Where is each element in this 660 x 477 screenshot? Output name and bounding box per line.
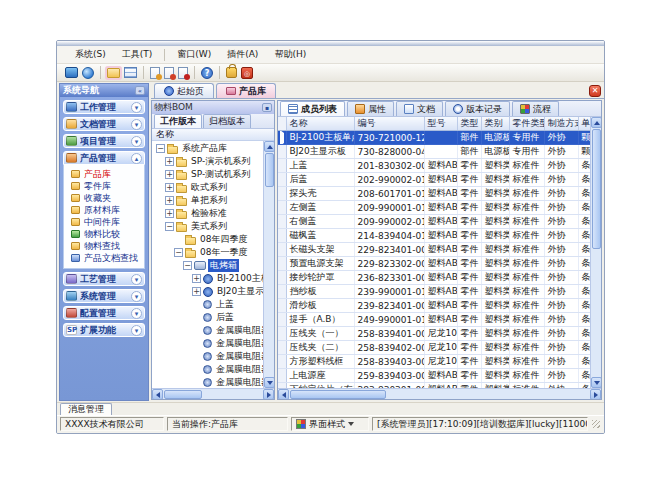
- table-row[interactable]: 压线夹（二）258-839402-00E尼龙1010零件塑料类标准件外协条: [278, 341, 590, 355]
- tree-node[interactable]: +BJ-2100主板单点: [152, 272, 263, 285]
- column-header-7[interactable]: 制造方式: [544, 117, 578, 131]
- sidebar-item-product-doc-search[interactable]: 产品文档查找: [64, 252, 144, 264]
- expand-plus-icon[interactable]: +: [165, 183, 174, 192]
- pin-icon[interactable]: [262, 103, 272, 112]
- sidebar-section-header-doc-mgmt[interactable]: 文档管理: [63, 117, 145, 131]
- table-row[interactable]: BJ20主显示板730-828000-04E部件电源板专用件外协颗: [278, 145, 590, 159]
- table-row[interactable]: 提手（A.B）249-990001-01E塑料ABS零件塑料类标准件外协条: [278, 313, 590, 327]
- menu-item-3[interactable]: 窗口(W): [169, 46, 219, 63]
- tab-version-history[interactable]: 版本记录: [445, 101, 510, 116]
- tree-node[interactable]: +欧式系列: [152, 181, 263, 194]
- globe-icon[interactable]: [82, 67, 94, 79]
- tree-vertical-scrollbar[interactable]: [263, 141, 274, 388]
- column-header-6[interactable]: 零件类型: [509, 117, 544, 131]
- collapse-minus-icon[interactable]: −: [174, 248, 183, 257]
- table-row[interactable]: 磁枫盖214-839404-01E塑料ABS零件塑料类标准件外协条: [278, 229, 590, 243]
- tree-node[interactable]: −电烤箱: [152, 259, 263, 272]
- message-management-tab[interactable]: 消息管理: [60, 403, 112, 415]
- chevron-down-icon[interactable]: [131, 274, 142, 285]
- table-horizontal-scrollbar[interactable]: [278, 388, 601, 399]
- tree-node[interactable]: 金属膜电阻器: [152, 376, 263, 388]
- chevron-down-icon[interactable]: [131, 308, 142, 319]
- chevron-down-icon[interactable]: [131, 102, 142, 113]
- tree-column-header[interactable]: 名称: [152, 129, 274, 141]
- chevron-down-icon[interactable]: [131, 291, 142, 302]
- tab-workflow[interactable]: 流程: [512, 101, 559, 116]
- tab-member-list[interactable]: 成员列表: [280, 101, 345, 116]
- tree-scroll-down-button[interactable]: [264, 377, 275, 388]
- ui-style-selector[interactable]: 界面样式: [291, 417, 369, 431]
- table-row[interactable]: 左侧盖209-990001-01E塑料ABS零件塑料类标准件外协条: [278, 201, 590, 215]
- column-header-2[interactable]: 编号: [354, 117, 424, 131]
- column-header-4[interactable]: 类型: [457, 117, 481, 131]
- tab-archived-version[interactable]: 归档版本: [203, 114, 251, 128]
- table-scroll-thumb[interactable]: [592, 129, 601, 249]
- table-row[interactable]: 挡纱板239-990001-01E塑料ABS零件塑料类标准件外协条: [278, 285, 590, 299]
- column-header-1[interactable]: 名称: [286, 117, 354, 131]
- menu-item-5[interactable]: 帮助(H): [266, 46, 314, 63]
- tree-scroll-up-button[interactable]: [264, 141, 275, 152]
- folder-icon[interactable]: [107, 68, 120, 78]
- sidebar-section-header-extensions[interactable]: 扩展功能: [63, 323, 145, 337]
- table-hscroll-thumb[interactable]: [290, 390, 386, 399]
- chevron-down-icon[interactable]: [131, 136, 142, 147]
- tree-horizontal-scrollbar[interactable]: [152, 388, 274, 399]
- tab-product-library[interactable]: 产品库: [216, 83, 276, 98]
- chevron-up-icon[interactable]: [131, 153, 142, 164]
- sidebar-collapse-icon[interactable]: [135, 86, 145, 95]
- tree-node[interactable]: 08年四季度: [152, 233, 263, 246]
- chevron-down-icon[interactable]: [131, 325, 142, 336]
- table-row[interactable]: 方形塑料线框258-839403-00E尼龙1010零件塑料类标准件外协条: [278, 355, 590, 369]
- help-icon[interactable]: [201, 67, 213, 79]
- doc-new-icon[interactable]: [150, 67, 160, 79]
- sidebar-section-header-system-mgmt[interactable]: 系统管理: [63, 289, 145, 303]
- menu-item-4[interactable]: 插件(A): [219, 46, 266, 63]
- table-scroll-right-button[interactable]: [590, 389, 601, 400]
- chevron-down-icon[interactable]: [131, 119, 142, 130]
- tab-start-page[interactable]: 起始页: [154, 83, 214, 98]
- collapse-minus-icon[interactable]: −: [156, 144, 165, 153]
- table-scroll-left-button[interactable]: [278, 389, 289, 400]
- tree-scroll-left-button[interactable]: [152, 389, 163, 400]
- table-row[interactable]: 探头壳208-601701-01E塑料ABS零件塑料类标准件外协条: [278, 187, 590, 201]
- table-row[interactable]: BJ-2100主板单点730-721000-12E部件电源板专用件外协颗: [278, 131, 590, 145]
- lock-icon[interactable]: [226, 67, 237, 78]
- monitor-icon[interactable]: [65, 67, 78, 78]
- table-row[interactable]: 后盖202-990002-01E塑料ABS零件塑料类标准件外协条: [278, 173, 590, 187]
- tree-node[interactable]: 金属膜电阻器: [152, 350, 263, 363]
- sidebar-item-material-compare[interactable]: 物料比较: [64, 228, 144, 240]
- tree-node[interactable]: 金属膜电阻器: [152, 363, 263, 376]
- sidebar-item-favorites[interactable]: 收藏夹: [64, 192, 144, 204]
- table-row[interactable]: 右侧盖209-990002-01E塑料ABS零件塑料类标准件外协条: [278, 215, 590, 229]
- sidebar-item-raw-material-library[interactable]: 原材料库: [64, 204, 144, 216]
- table-row[interactable]: 长磁头支架229-823401-00E塑料ABS零件塑料类标准件外协条: [278, 243, 590, 257]
- collapse-minus-icon[interactable]: −: [165, 222, 174, 231]
- collapse-minus-icon[interactable]: −: [183, 261, 192, 270]
- tree-node[interactable]: 后盖: [152, 311, 263, 324]
- tab-properties[interactable]: 属性: [347, 101, 394, 116]
- grid-icon[interactable]: [124, 67, 137, 78]
- expand-plus-icon[interactable]: +: [192, 274, 201, 283]
- tree-node[interactable]: 金属膜电阻器: [152, 324, 263, 337]
- tree-node[interactable]: −系统产品库: [152, 142, 263, 155]
- tab-documents[interactable]: 文档: [396, 101, 443, 116]
- expand-plus-icon[interactable]: +: [165, 196, 174, 205]
- expand-plus-icon[interactable]: +: [192, 287, 201, 296]
- exit-icon[interactable]: [241, 67, 253, 79]
- sidebar-section-header-product-mgmt[interactable]: 产品管理: [63, 151, 145, 165]
- sidebar-section-header-work-mgmt[interactable]: 工作管理: [63, 100, 145, 114]
- sidebar-section-header-process-mgmt[interactable]: 工艺管理: [63, 272, 145, 286]
- tree-node[interactable]: +SP-测试机系列: [152, 168, 263, 181]
- tree-node[interactable]: +SP-演示机系列: [152, 155, 263, 168]
- sidebar-item-parts-library[interactable]: 零件库: [64, 180, 144, 192]
- column-header-3[interactable]: 型号: [424, 117, 457, 131]
- tree-node[interactable]: +BJ20主显示板: [152, 285, 263, 298]
- menu-item-2[interactable]: 工具(T): [114, 46, 161, 63]
- menu-item-1[interactable]: 系统(S): [67, 46, 114, 63]
- table-scroll-down-button[interactable]: [591, 377, 602, 388]
- column-header-5[interactable]: 类别: [481, 117, 509, 131]
- sidebar-section-header-config-mgmt[interactable]: 配置管理: [63, 306, 145, 320]
- table-row[interactable]: 压线夹（一）258-839401-00E尼龙1010零件塑料类标准件外协条: [278, 327, 590, 341]
- tree-scroll-right-button[interactable]: [263, 389, 274, 400]
- table-row[interactable]: 上电源座259-839403-00E塑料ABS零件塑料类标准件外协条: [278, 369, 590, 383]
